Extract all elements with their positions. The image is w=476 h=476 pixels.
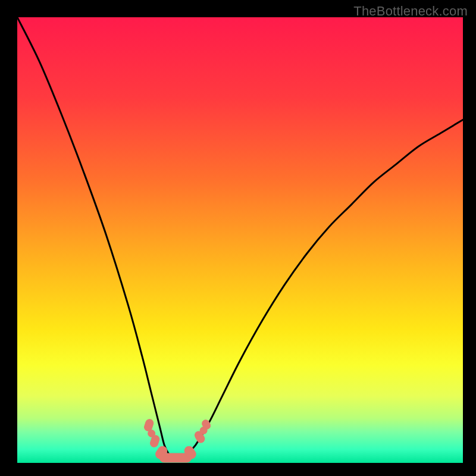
minimum-plateau-markers: [143, 418, 212, 462]
curve-layer: [17, 17, 463, 463]
plot-area: [17, 17, 463, 463]
chart-frame: TheBottleneck.com: [0, 0, 476, 476]
watermark-text: TheBottleneck.com: [353, 4, 468, 19]
bottleneck-curve: [17, 17, 463, 459]
